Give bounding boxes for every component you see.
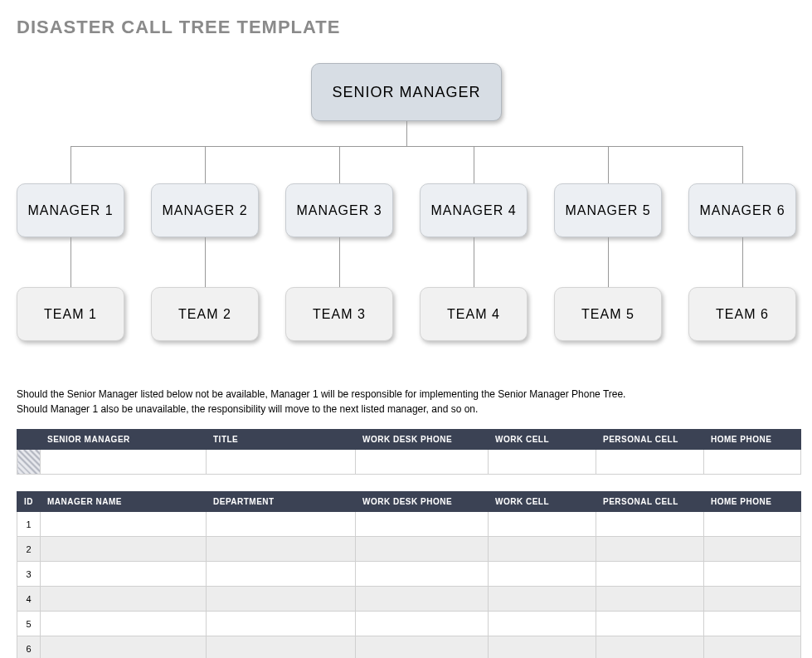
hatch-cell (17, 450, 41, 475)
page-title: DISASTER CALL TREE TEMPLATE (17, 17, 795, 38)
node-manager-1: MANAGER 1 (17, 183, 124, 237)
node-team-5: TEAM 5 (554, 287, 662, 341)
header-work-desk: WORK DESK PHONE (356, 492, 489, 512)
header-blank (17, 430, 41, 450)
header-personal-cell: PERSONAL CELL (596, 430, 704, 450)
cell-senior-name[interactable] (41, 450, 207, 475)
cell-home[interactable] (704, 587, 801, 612)
node-manager-5: MANAGER 5 (554, 183, 662, 237)
header-senior-manager: SENIOR MANAGER (41, 430, 207, 450)
node-manager-6: MANAGER 6 (688, 183, 796, 237)
cell-dept[interactable] (207, 562, 356, 587)
cell-wcell[interactable] (489, 512, 596, 537)
table-row: 1 (17, 512, 801, 537)
cell-name[interactable] (41, 562, 207, 587)
cell-desk[interactable] (356, 612, 489, 636)
header-work-cell: WORK CELL (489, 430, 596, 450)
cell-pcell[interactable] (596, 587, 704, 612)
cell-id: 3 (17, 562, 41, 587)
header-work-cell: WORK CELL (489, 492, 596, 512)
cell-desk[interactable] (356, 562, 489, 587)
cell-home[interactable] (704, 636, 801, 659)
cell-senior-title[interactable] (207, 450, 356, 475)
node-manager-2: MANAGER 2 (151, 183, 259, 237)
cell-senior-pcell[interactable] (596, 450, 704, 475)
header-id: ID (17, 492, 41, 512)
header-title: TITLE (207, 430, 356, 450)
node-manager-3: MANAGER 3 (285, 183, 393, 237)
cell-id: 4 (17, 587, 41, 612)
node-senior-manager: SENIOR MANAGER (311, 63, 502, 121)
table-row: 4 (17, 587, 801, 612)
cell-name[interactable] (41, 587, 207, 612)
cell-senior-wcell[interactable] (489, 450, 596, 475)
table-row: 3 (17, 562, 801, 587)
cell-desk[interactable] (356, 587, 489, 612)
cell-wcell[interactable] (489, 562, 596, 587)
header-department: DEPARTMENT (207, 492, 356, 512)
node-team-1: TEAM 1 (17, 287, 124, 341)
header-personal-cell: PERSONAL CELL (596, 492, 704, 512)
node-team-6: TEAM 6 (688, 287, 796, 341)
cell-dept[interactable] (207, 512, 356, 537)
cell-wcell[interactable] (489, 537, 596, 562)
cell-desk[interactable] (356, 636, 489, 659)
cell-pcell[interactable] (596, 612, 704, 636)
header-manager-name: MANAGER NAME (41, 492, 207, 512)
node-team-4: TEAM 4 (420, 287, 528, 341)
table-header-row: ID MANAGER NAME DEPARTMENT WORK DESK PHO… (17, 492, 801, 512)
cell-home[interactable] (704, 537, 801, 562)
managers-table: ID MANAGER NAME DEPARTMENT WORK DESK PHO… (17, 491, 801, 658)
call-tree-diagram: SENIOR MANAGER MANAGER 1 MANAGER 2 MANAG… (17, 63, 796, 353)
cell-id: 5 (17, 612, 41, 636)
cell-dept[interactable] (207, 612, 356, 636)
cell-dept[interactable] (207, 537, 356, 562)
cell-name[interactable] (41, 512, 207, 537)
cell-dept[interactable] (207, 636, 356, 659)
header-work-desk: WORK DESK PHONE (356, 430, 489, 450)
cell-name[interactable] (41, 636, 207, 659)
cell-wcell[interactable] (489, 636, 596, 659)
instructions-line-1: Should the Senior Manager listed below n… (17, 387, 795, 402)
instructions-line-2: Should Manager 1 also be unavailable, th… (17, 402, 795, 417)
cell-id: 6 (17, 636, 41, 659)
senior-manager-table: SENIOR MANAGER TITLE WORK DESK PHONE WOR… (17, 429, 801, 475)
table-row (17, 450, 801, 475)
cell-home[interactable] (704, 562, 801, 587)
cell-wcell[interactable] (489, 612, 596, 636)
cell-pcell[interactable] (596, 562, 704, 587)
cell-pcell[interactable] (596, 537, 704, 562)
table-row: 5 (17, 612, 801, 636)
cell-id: 2 (17, 537, 41, 562)
header-home-phone: HOME PHONE (704, 492, 801, 512)
cell-name[interactable] (41, 537, 207, 562)
cell-senior-home[interactable] (704, 450, 801, 475)
header-home-phone: HOME PHONE (704, 430, 801, 450)
table-row: 2 (17, 537, 801, 562)
table-header-row: SENIOR MANAGER TITLE WORK DESK PHONE WOR… (17, 430, 801, 450)
instructions-text: Should the Senior Manager listed below n… (17, 387, 795, 417)
node-manager-4: MANAGER 4 (420, 183, 528, 237)
cell-id: 1 (17, 512, 41, 537)
cell-name[interactable] (41, 612, 207, 636)
cell-desk[interactable] (356, 537, 489, 562)
cell-wcell[interactable] (489, 587, 596, 612)
cell-dept[interactable] (207, 587, 356, 612)
cell-home[interactable] (704, 512, 801, 537)
cell-senior-desk[interactable] (356, 450, 489, 475)
cell-home[interactable] (704, 612, 801, 636)
table-row: 6 (17, 636, 801, 659)
cell-desk[interactable] (356, 512, 489, 537)
cell-pcell[interactable] (596, 512, 704, 537)
cell-pcell[interactable] (596, 636, 704, 659)
node-team-3: TEAM 3 (285, 287, 393, 341)
node-team-2: TEAM 2 (151, 287, 259, 341)
